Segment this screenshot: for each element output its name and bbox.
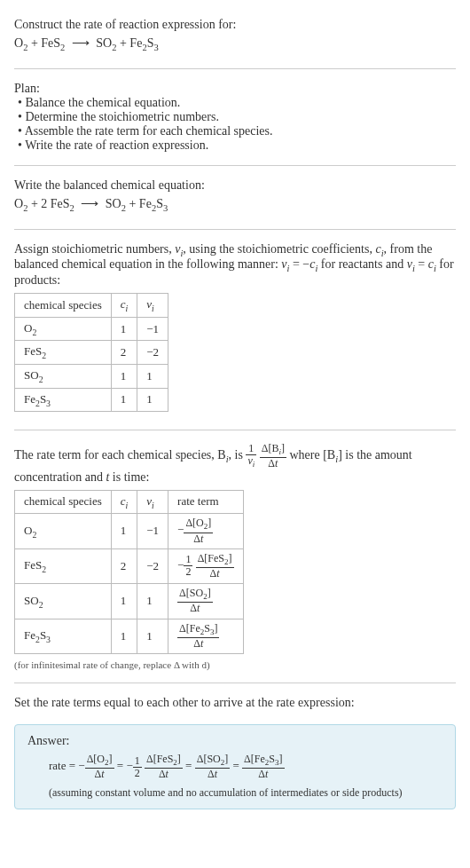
unbalanced-equation: O2 + FeS2 ⟶ SO2 + Fe2S3: [14, 36, 456, 52]
cell-vi: −1: [137, 317, 168, 341]
divider: [14, 430, 456, 430]
col-vi: νi: [137, 294, 168, 318]
balanced-equation: O2 + 2 FeS2 ⟶ SO2 + Fe2S3: [14, 196, 456, 213]
table-row: SO2 1 1 Δ[SO2]Δt: [15, 584, 244, 619]
plan-item: Determine the stoichiometric numbers.: [18, 110, 456, 124]
answer-assumption: (assuming constant volume and no accumul…: [49, 786, 443, 800]
cell-vi: −2: [137, 341, 168, 365]
cell-vi: 1: [137, 584, 168, 619]
stoich-table: chemical species ci νi O2 1 −1 FeS2 2 −2…: [14, 293, 168, 412]
rateterm-intro: The rate term for each chemical species,…: [14, 443, 456, 484]
plan-list: Balance the chemical equation. Determine…: [14, 96, 456, 153]
divider: [14, 229, 456, 230]
cell-rate: Δ[Fe2S3]Δt: [168, 619, 243, 653]
cell-rate: Δ[SO2]Δt: [168, 584, 243, 619]
plan-item: Write the rate of reaction expression.: [18, 138, 456, 153]
table-row: O2 1 −1 −Δ[O2]Δt: [15, 514, 244, 548]
cell-species: O2: [15, 514, 112, 548]
cell-ci: 1: [111, 514, 137, 548]
col-species: chemical species: [15, 294, 112, 318]
cell-vi: −1: [137, 514, 168, 548]
cell-ci: 2: [111, 341, 137, 365]
table-row: Fe2S3 1 1 Δ[Fe2S3]Δt: [15, 619, 244, 653]
final-section: Set the rate terms equal to each other t…: [14, 689, 456, 717]
col-ci: ci: [111, 294, 137, 318]
construct-label: Construct the rate of reaction expressio…: [14, 18, 456, 32]
divider: [14, 165, 456, 166]
table-header-row: chemical species ci νi: [15, 294, 168, 318]
balanced-section: Write the balanced chemical equation: O2…: [14, 171, 456, 224]
plan-item: Balance the chemical equation.: [18, 96, 456, 110]
table-header-row: chemical species ci νi rate term: [15, 490, 244, 514]
stoich-intro: Assign stoichiometric numbers, νi, using…: [14, 242, 456, 288]
table-row: SO2 1 1: [15, 364, 168, 388]
cell-vi: 1: [137, 364, 168, 388]
table-row: Fe2S3 1 1: [15, 388, 168, 412]
cell-rate: −Δ[O2]Δt: [168, 514, 243, 548]
cell-species: FeS2: [15, 341, 112, 365]
cell-species: O2: [15, 317, 112, 341]
cell-vi: 1: [137, 388, 168, 412]
cell-species: Fe2S3: [15, 388, 112, 412]
answer-rate-expression: rate = −Δ[O2]Δt = −12 Δ[FeS2]Δt = Δ[SO2]…: [49, 754, 443, 780]
table-row: FeS2 2 −2 −12 Δ[FeS2]Δt: [15, 548, 244, 583]
cell-ci: 1: [111, 619, 137, 653]
col-species: chemical species: [15, 490, 112, 514]
cell-ci: 2: [111, 548, 137, 583]
col-vi: νi: [137, 490, 168, 514]
cell-ci: 1: [111, 364, 137, 388]
cell-vi: 1: [137, 619, 168, 653]
plan-title: Plan:: [14, 82, 456, 96]
cell-ci: 1: [111, 388, 137, 412]
col-ci: ci: [111, 490, 137, 514]
cell-species: SO2: [15, 584, 112, 619]
answer-box: Answer: rate = −Δ[O2]Δt = −12 Δ[FeS2]Δt …: [14, 724, 456, 809]
table-row: O2 1 −1: [15, 317, 168, 341]
cell-species: Fe2S3: [15, 619, 112, 653]
cell-ci: 1: [111, 584, 137, 619]
plan-section: Plan: Balance the chemical equation. Det…: [14, 75, 456, 160]
plan-item: Assemble the rate term for each chemical…: [18, 124, 456, 138]
cell-rate: −12 Δ[FeS2]Δt: [168, 548, 243, 583]
cell-species: SO2: [15, 364, 112, 388]
final-title: Set the rate terms equal to each other t…: [14, 696, 456, 710]
cell-ci: 1: [111, 317, 137, 341]
answer-label: Answer:: [27, 734, 443, 748]
divider: [14, 68, 456, 69]
divider: [14, 683, 456, 683]
cell-species: FeS2: [15, 548, 112, 583]
rateterm-section: The rate term for each chemical species,…: [14, 436, 456, 677]
balanced-title: Write the balanced chemical equation:: [14, 178, 456, 193]
cell-vi: −2: [137, 548, 168, 583]
rateterm-note: (for infinitesimal rate of change, repla…: [14, 659, 456, 670]
table-row: FeS2 2 −2: [15, 341, 168, 365]
rateterm-table: chemical species ci νi rate term O2 1 −1…: [14, 490, 244, 654]
intro-section: Construct the rate of reaction expressio…: [14, 11, 456, 63]
stoich-section: Assign stoichiometric numbers, νi, using…: [14, 235, 456, 425]
col-rate: rate term: [168, 490, 243, 514]
